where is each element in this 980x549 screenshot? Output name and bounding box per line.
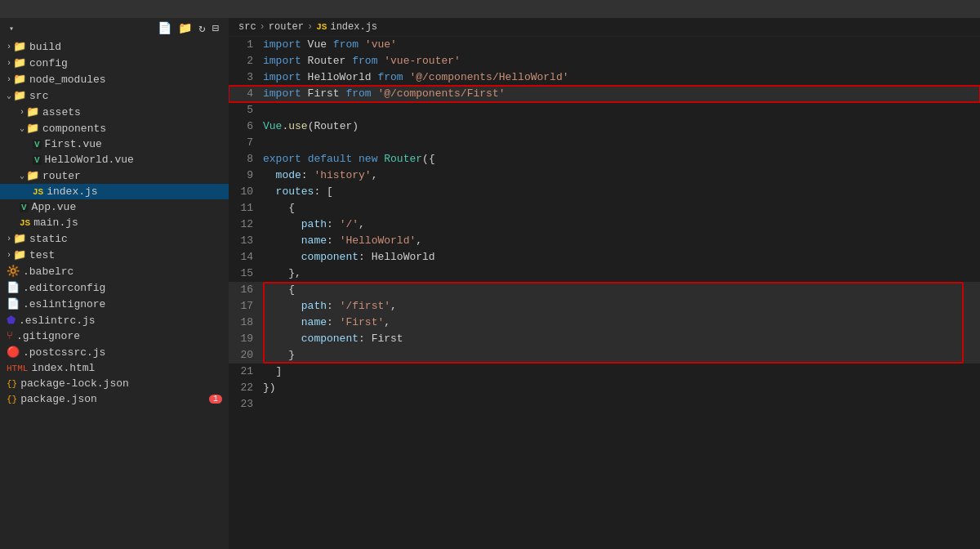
item-label: .editorconfig (23, 282, 105, 294)
token: '@/components/First' (377, 87, 505, 100)
js-icon: JS (20, 218, 30, 228)
line-content[interactable]: component: First (263, 331, 980, 347)
line-content[interactable]: routes: [ (263, 184, 980, 200)
line-content[interactable] (263, 102, 980, 118)
sidebar-item-eslintrc-js[interactable]: ⬟.eslintrc.js (0, 312, 229, 328)
token (263, 316, 301, 328)
token: '/first' (340, 300, 390, 312)
sidebar-item-node_modules[interactable]: ›📁node_modules (0, 71, 229, 87)
line-content[interactable]: path: '/', (263, 216, 980, 233)
html-icon: HTML (7, 364, 28, 373)
code-line-23: 23 (229, 396, 980, 413)
line-content[interactable]: path: '/first', (263, 298, 980, 315)
code-line-9: 9 mode: 'history', (229, 167, 980, 184)
sidebar-item-package-lock-json[interactable]: {}package-lock.json (0, 376, 229, 391)
code-line-21: 21 ] (229, 364, 980, 380)
code-line-22: 22}) (229, 380, 980, 396)
line-content[interactable]: ] (263, 364, 980, 380)
sidebar-item-editorconfig[interactable]: 📄.editorconfig (0, 279, 229, 296)
sidebar-item-main-js[interactable]: JSmain.js (0, 215, 229, 230)
token: import (263, 55, 301, 67)
vue-icon: V (20, 203, 29, 212)
token: 'vue' (365, 38, 397, 51)
folder-icon: 📁 (13, 232, 26, 245)
sidebar-item-components[interactable]: ⌄📁components (0, 120, 229, 136)
sidebar: ▾ 📄 📁 ↻ ⊟ ›📁build›📁config›📁node_modules⌄… (0, 18, 229, 549)
code-editor[interactable]: 1import Vue from 'vue'2import Router fro… (229, 37, 980, 549)
breadcrumb-router: router (269, 21, 304, 33)
code-line-19: 19 component: First (229, 331, 980, 347)
line-content[interactable]: }) (263, 380, 980, 396)
token: 'HelloWorld' (340, 234, 416, 247)
git-icon: ⑂ (7, 330, 13, 342)
token: default (308, 153, 353, 165)
token: name (301, 234, 327, 247)
sidebar-item-index-html[interactable]: HTMLindex.html (0, 360, 229, 376)
code-line-17: 17 path: '/first', (229, 298, 980, 315)
sidebar-item-index-js[interactable]: JSindex.js (0, 184, 229, 199)
chevron-icon: ⌄ (7, 91, 11, 100)
line-content[interactable]: export default new Router({ (263, 151, 980, 167)
sidebar-item-test[interactable]: ›📁test (0, 247, 229, 263)
sidebar-item-package-json[interactable]: {}package.json1 (0, 391, 229, 407)
line-number: 5 (229, 102, 263, 118)
line-content[interactable]: import Router from 'vue-router' (263, 53, 980, 69)
refresh-icon[interactable]: ↻ (198, 21, 205, 35)
line-content[interactable]: component: HelloWorld (263, 249, 980, 266)
token: '/' (340, 218, 359, 230)
item-label: package-lock.json (20, 377, 129, 390)
sidebar-item-static[interactable]: ›📁static (0, 230, 229, 247)
code-line-13: 13 name: 'HelloWorld', (229, 233, 980, 249)
line-number: 23 (229, 396, 263, 413)
code-line-4: 4import First from '@/components/First' (229, 86, 980, 102)
line-content[interactable]: } (263, 347, 980, 364)
token (263, 218, 301, 230)
line-content[interactable]: import HelloWorld from '@/components/Hel… (263, 69, 980, 86)
new-folder-icon[interactable]: 📁 (178, 21, 192, 35)
babel-icon: 🔆 (7, 265, 20, 278)
sidebar-item-babelrc[interactable]: 🔆.babelrc (0, 263, 229, 279)
breadcrumb-filename: index.js (330, 21, 377, 33)
token (301, 153, 308, 165)
sidebar-item-build[interactable]: ›📁build (0, 38, 229, 55)
line-number: 14 (229, 249, 263, 266)
sidebar-item-src[interactable]: ⌄📁src (0, 87, 229, 104)
sidebar-item-first-vue[interactable]: VFirst.vue (0, 136, 229, 152)
sidebar-item-config[interactable]: ›📁config (0, 55, 229, 71)
token: Vue (301, 38, 333, 51)
line-number: 9 (229, 167, 263, 184)
sidebar-item-router[interactable]: ⌄📁router (0, 167, 229, 184)
sidebar-item-eslintignore[interactable]: 📄.eslintignore (0, 296, 229, 312)
line-content[interactable] (263, 135, 980, 151)
main-layout: ▾ 📄 📁 ↻ ⊟ ›📁build›📁config›📁node_modules⌄… (0, 18, 980, 549)
sidebar-item-app-vue[interactable]: VApp.vue (0, 199, 229, 215)
line-content[interactable]: { (263, 200, 980, 216)
explorer-header[interactable]: ▾ 📄 📁 ↻ ⊟ (0, 18, 229, 38)
sidebar-item-gitignore[interactable]: ⑂.gitignore (0, 328, 229, 344)
folder-icon: 📁 (26, 169, 39, 182)
item-label: .eslintignore (23, 298, 105, 310)
sidebar-item-postcssrc-js[interactable]: 🔴.postcssrc.js (0, 344, 229, 360)
sidebar-item-assets[interactable]: ›📁assets (0, 104, 229, 120)
item-label: test (29, 249, 55, 261)
line-content[interactable]: name: 'First', (263, 315, 980, 331)
line-content[interactable]: mode: 'history', (263, 167, 980, 184)
line-content[interactable]: Vue.use(Router) (263, 118, 980, 135)
line-content[interactable]: import First from '@/components/First' (263, 86, 980, 102)
collapse-icon[interactable]: ⊟ (212, 21, 219, 35)
line-content[interactable] (263, 396, 980, 413)
sidebar-item-helloworld-vue[interactable]: VHelloWorld.vue (0, 152, 229, 167)
line-number: 15 (229, 266, 263, 282)
line-content[interactable]: import Vue from 'vue' (263, 37, 980, 53)
token (263, 185, 276, 198)
line-content[interactable]: }, (263, 266, 980, 282)
new-file-icon[interactable]: 📄 (158, 21, 172, 35)
token (352, 153, 359, 165)
token: Router (301, 55, 352, 67)
token: : (327, 234, 340, 247)
item-label: index.html (31, 362, 95, 374)
line-content[interactable]: name: 'HelloWorld', (263, 233, 980, 249)
vue-icon: V (33, 155, 42, 165)
token: , (416, 234, 422, 247)
line-content[interactable]: { (263, 282, 980, 298)
